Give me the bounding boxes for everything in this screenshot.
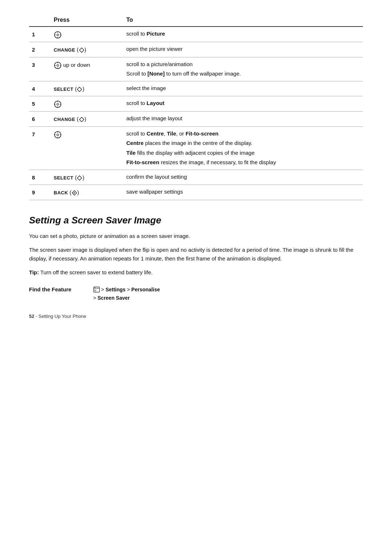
find-path-settings: Settings <box>106 287 126 292</box>
svg-marker-6 <box>79 48 83 52</box>
diamond-icon <box>77 175 82 181</box>
footer-page-title: Setting Up Your Phone <box>38 314 86 319</box>
svg-point-1 <box>57 34 59 36</box>
row-to: adjust the image layout <box>123 112 363 127</box>
row-press: SELECT ( ) <box>51 81 123 96</box>
table-row: 3 up or down s <box>29 57 363 81</box>
row-num: 7 <box>29 126 51 170</box>
bold-word: Tile <box>126 150 136 156</box>
find-path-arrow2: > <box>126 287 131 292</box>
instructions-table-section: Press To 1 <box>29 15 363 200</box>
row-to: confirm the layout setting <box>123 170 363 185</box>
row-to: select the image <box>123 81 363 96</box>
bold-word: Fit-to-screen <box>185 130 219 137</box>
row-num: 8 <box>29 170 51 185</box>
key-label-select: SELECT <box>54 86 73 92</box>
table-row: 9 BACK ( ) save wallpaper settings <box>29 185 363 200</box>
key-paren-close: ) <box>77 189 79 195</box>
row-to: scroll to a picture/animation Scroll to … <box>123 57 363 81</box>
row-num: 5 <box>29 96 51 112</box>
row-to: scroll to Centre, Tile, or Fit-to-screen… <box>123 126 363 170</box>
table-row: 2 CHANGE ( ) open the picture viewer <box>29 42 363 57</box>
row-num: 9 <box>29 185 51 200</box>
instructions-table: Press To 1 <box>29 15 363 200</box>
bold-word: Centre <box>147 130 164 137</box>
row-num: 4 <box>29 81 51 96</box>
row-num: 1 <box>29 27 51 42</box>
row-to: scroll to Picture <box>123 27 363 42</box>
bold-word: Layout <box>147 100 164 106</box>
sub-desc-centre: Centre places the image in the centre of… <box>126 138 360 147</box>
svg-point-22 <box>57 134 59 136</box>
find-feature-row: Find the Feature M > Settings > Personal… <box>29 286 363 303</box>
col-num-header <box>29 15 51 27</box>
find-feature-path: M > Settings > Personalise > Screen Save… <box>93 286 160 303</box>
tip-paragraph: Tip: Turn off the screen saver to extend… <box>29 268 363 277</box>
svg-point-8 <box>57 64 59 66</box>
menu-icon-inline: M <box>93 287 100 293</box>
sub-desc: Scroll to [None] to turn off the wallpap… <box>126 68 360 78</box>
to-main-text: scroll to a picture/animation <box>126 61 193 67</box>
footer-page-num: 52 <box>29 314 34 319</box>
table-row: 8 SELECT ( ) confirm the layout setting <box>29 170 363 185</box>
bold-word: Fit-to-screen <box>126 159 159 165</box>
table-row: 1 scroll to Picture <box>29 27 363 42</box>
row-to: scroll to Layout <box>123 96 363 112</box>
press-extra-text: up or down <box>63 62 90 68</box>
find-path-screensaver: Screen Saver <box>98 295 130 301</box>
svg-marker-20 <box>79 117 83 122</box>
row-press: BACK ( ) <box>51 185 123 200</box>
diamond-icon <box>77 86 82 92</box>
key-label-change: CHANGE <box>54 47 75 53</box>
svg-point-15 <box>57 104 59 105</box>
sub-desc-tile: Tile fills the display with adjacent cop… <box>126 147 360 157</box>
row-press: up or down <box>51 57 123 81</box>
table-row: 4 SELECT ( ) select the image <box>29 81 363 96</box>
row-press <box>51 27 123 42</box>
row-to: save wallpaper settings <box>123 185 363 200</box>
col-press-header: Press <box>51 15 123 27</box>
tip-label: Tip: <box>29 269 39 275</box>
svg-marker-27 <box>77 175 82 180</box>
key-paren-close: ) <box>82 86 84 92</box>
nav-icon <box>54 131 62 139</box>
table-row: 6 CHANGE ( ) adjust the image layout <box>29 112 363 127</box>
row-to: open the picture viewer <box>123 42 363 57</box>
row-press: CHANGE ( ) <box>51 112 123 127</box>
find-path-arrow3: > <box>93 295 98 301</box>
svg-text:M: M <box>94 289 96 291</box>
nav-icon <box>54 61 62 69</box>
footer: 52 - Setting Up Your Phone <box>29 314 363 319</box>
key-label-select2: SELECT <box>54 175 73 181</box>
diamond-icon <box>79 47 85 53</box>
table-row: 7 scroll to Centre, Tile, <box>29 126 363 170</box>
key-label-back: BACK <box>54 190 68 195</box>
row-press <box>51 96 123 112</box>
table-row: 5 scroll to Layout <box>29 96 363 112</box>
key-paren-close: ) <box>85 46 86 53</box>
row-num: 6 <box>29 112 51 127</box>
find-path-personalise: Personalise <box>131 287 160 292</box>
row-press: CHANGE ( ) <box>51 42 123 57</box>
find-path-arrow1: > <box>101 287 106 292</box>
tip-text: Turn off the screen saver to extend batt… <box>39 269 152 275</box>
footer-separator: - <box>34 314 38 319</box>
col-to-header: To <box>123 15 363 27</box>
row-press: SELECT ( ) <box>51 170 123 185</box>
row-press <box>51 126 123 170</box>
bold-word: Centre <box>126 140 144 146</box>
svg-marker-13 <box>77 87 82 91</box>
left-arrow-icon <box>72 190 77 196</box>
row7-main: scroll to Centre, Tile, or Fit-to-screen <box>126 130 219 137</box>
section-para1: You can set a photo, picture or animatio… <box>29 232 363 240</box>
key-label-change2: CHANGE <box>54 117 75 122</box>
screen-saver-section: Setting a Screen Saver Image You can set… <box>29 215 363 303</box>
row-num: 2 <box>29 42 51 57</box>
row-num: 3 <box>29 57 51 81</box>
nav-icon <box>54 31 62 39</box>
bold-word: Tile <box>167 130 176 137</box>
key-paren-close: ) <box>82 174 84 181</box>
bold-word: Picture <box>147 31 165 37</box>
section-para2: The screen saver image is displayed when… <box>29 246 363 263</box>
sub-desc-fittoscreen: Fit-to-screen resizes the image, if nece… <box>126 157 360 167</box>
